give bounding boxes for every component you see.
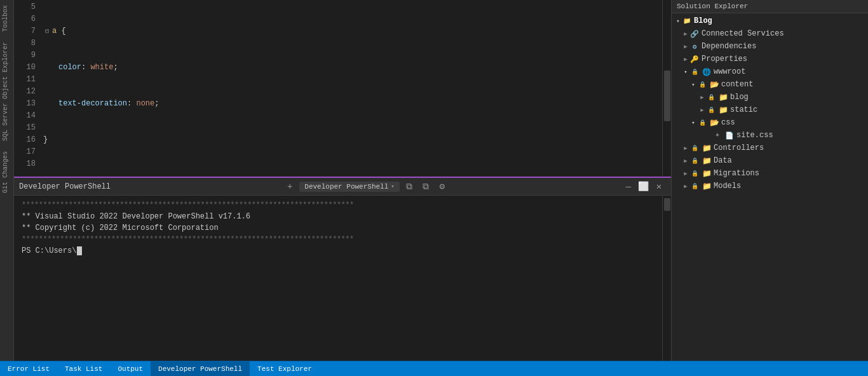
line-numbers: 5 6 7 8 9 10 11 12 13 14 15 16 17 18	[14, 0, 41, 177]
tree-item-models[interactable]: ▶ 🔒 📁 Models	[672, 180, 868, 192]
tree-icon-props: 🔑	[689, 54, 700, 64]
tree-icon-blog: 📁	[682, 16, 692, 26]
terminal-maximize-button[interactable]: ⬜	[637, 180, 651, 193]
tree-item-dependencies[interactable]: ▶ ⚙ Dependencies	[672, 40, 868, 53]
tree-item-connected-services[interactable]: ▶ 🔗 Connected Services	[672, 27, 868, 40]
code-selector-a: a	[52, 25, 57, 37]
tree-icon-css-folder: 📂	[709, 117, 719, 128]
tree-arrow-data: ▶	[682, 157, 689, 164]
tree-item-data[interactable]: ▶ 🔒 📁 Data	[672, 154, 868, 167]
tree-icon-data: 📁	[702, 156, 712, 166]
tree-item-properties[interactable]: ▶ 🔑 Properties	[672, 53, 868, 65]
editor-scrollbar-thumb	[664, 70, 670, 121]
tree-icon-static-lock: 🔒	[706, 105, 716, 115]
tree-item-static[interactable]: ▶ 🔒 📁 static	[672, 104, 868, 116]
collapse-icon-5[interactable]: ⊟	[43, 28, 51, 36]
code-content[interactable]: ⊟a { color: white; text-decoration: none…	[41, 0, 662, 177]
terminal-copy-button[interactable]: ⧉	[419, 180, 433, 193]
tree-icon-connected: 🔗	[689, 29, 700, 39]
tree-arrow-controllers: ▶	[682, 144, 689, 152]
tree-icon-css-lock: 🔒	[697, 117, 707, 128]
tree-arrow-models: ▶	[682, 182, 689, 190]
tree-arrow-content: ▾	[689, 81, 697, 88]
terminal-title: Developer PowerShell	[19, 182, 111, 191]
bottom-tab-test-explorer[interactable]: Test Explorer	[250, 361, 320, 376]
tree-item-content[interactable]: ▾ 🔒 📂 content	[672, 78, 868, 91]
solution-explorer: Solution Explorer ▾ 📁 Blog ▶ 🔗 Connected…	[671, 0, 868, 361]
tree-arrow-blog: ▾	[674, 17, 682, 25]
terminal-close-button[interactable]: ✕	[652, 180, 666, 193]
tree-icon-wwwroot-lock: 🔒	[689, 67, 700, 77]
code-prop-text-decoration: text-decoration	[58, 98, 127, 110]
tree-icon-wwwroot: 🌐	[702, 67, 712, 77]
terminal-body: ****************************************…	[14, 196, 671, 361]
tree-arrow-props: ▶	[682, 55, 689, 63]
tree-icon-deps: ⚙	[689, 41, 700, 51]
ps-cursor	[77, 246, 82, 255]
tree-item-blog-folder[interactable]: ▶ 🔒 📁 blog	[672, 91, 868, 104]
terminal-title-area: Developer PowerShell	[19, 182, 111, 191]
terminal-header: Developer PowerShell + Developer PowerSh…	[14, 178, 671, 196]
tree-icon-controllers: 📁	[702, 143, 712, 153]
tree-arrow-connected: ▶	[682, 30, 689, 37]
terminal-tab-label: Developer PowerShell	[304, 183, 388, 191]
bottom-tab-output[interactable]: Output	[110, 361, 151, 376]
tree-label-deps: Dependencies	[702, 42, 756, 51]
tree-area: ▾ 📁 Blog ▶ 🔗 Connected Services ▶ ⚙ Depe…	[672, 13, 868, 361]
tree-arrow-blog-folder: ▶	[698, 93, 706, 101]
tree-icon-data-lock: 🔒	[689, 156, 700, 166]
tree-item-migrations[interactable]: ▶ 🔒 📁 Migrations	[672, 167, 868, 180]
bottom-tab-developer-powershell[interactable]: Developer PowerShell	[151, 361, 250, 376]
terminal-tabs: + Developer PowerShell ▾ ⧉ ⧉ ⚙	[283, 180, 449, 193]
tree-arrow-css: ▾	[689, 119, 697, 126]
tree-icon-migrations-lock: 🔒	[689, 168, 700, 178]
tree-label-css-folder: css	[721, 118, 735, 127]
terminal-line2: ** Copyright (c) 2022 Microsoft Corporat…	[22, 222, 654, 234]
sidebar-item-git-changes[interactable]: Git Changes	[0, 146, 13, 198]
tree-arrow-migrations: ▶	[682, 170, 689, 177]
terminal-tab-powershell[interactable]: Developer PowerShell ▾	[299, 182, 399, 192]
tree-item-wwwroot[interactable]: ▾ 🔒 🌐 wwwroot	[672, 65, 868, 78]
tree-label-models: Models	[714, 182, 741, 191]
tree-label-data: Data	[714, 156, 732, 165]
new-terminal-button[interactable]: +	[283, 180, 297, 193]
tree-icon-models-lock: 🔒	[689, 181, 700, 191]
terminal-settings-button[interactable]: ⚙	[435, 180, 449, 193]
tree-arrow-static: ▶	[698, 106, 706, 114]
tree-item-blog[interactable]: ▾ 📁 Blog	[672, 15, 868, 27]
tree-icon-ctrl-lock: 🔒	[689, 143, 700, 153]
terminal-divider-bottom: ****************************************…	[22, 234, 654, 245]
tree-arrow-wwwroot: ▾	[682, 68, 689, 76]
terminal-minimize-button[interactable]: —	[621, 180, 635, 193]
bottom-tab-task-list[interactable]: Task List	[57, 361, 110, 376]
tree-item-css-folder[interactable]: ▾ 🔒 📂 css	[672, 116, 868, 129]
editor-scrollbar[interactable]	[662, 0, 671, 177]
tree-item-site-css[interactable]: + 📄 site.css	[672, 129, 868, 142]
terminal-scrollbar[interactable]	[662, 196, 671, 361]
terminal-split-button[interactable]: ⧉	[402, 180, 416, 193]
tree-icon-site-css: 📄	[724, 130, 735, 140]
bottom-tab-error-list[interactable]: Error List	[0, 361, 57, 376]
terminal-prompt-line: PS C:\Users\	[22, 245, 654, 257]
ps-prompt: PS C:\Users\	[22, 246, 76, 255]
code-val-none: none	[136, 98, 154, 110]
tree-icon-site-css-plus: +	[712, 130, 722, 140]
tree-icon-blog-folder: 📁	[718, 92, 728, 102]
tree-arrow-site-css	[705, 131, 712, 139]
tree-label-props: Properties	[702, 55, 747, 64]
tree-label-connected: Connected Services	[702, 29, 784, 38]
terminal-panel: Developer PowerShell + Developer PowerSh…	[14, 177, 671, 361]
solution-explorer-header: Solution Explorer	[672, 0, 868, 13]
terminal-content[interactable]: ****************************************…	[14, 196, 662, 361]
sidebar-item-toolbox[interactable]: Toolbox	[0, 0, 13, 37]
tree-label-controllers: Controllers	[714, 144, 764, 152]
code-prop-color: color	[58, 62, 81, 74]
main-area: Toolbox SQL Server Object Explorer Git C…	[0, 0, 868, 361]
tree-item-controllers[interactable]: ▶ 🔒 📁 Controllers	[672, 142, 868, 154]
tree-icon-models: 📁	[702, 181, 712, 191]
tree-arrow-deps: ▶	[682, 43, 689, 50]
bottom-tabs: Error List Task List Output Developer Po…	[0, 361, 868, 376]
tree-label-blog-folder: blog	[730, 93, 749, 102]
left-sidebar: Toolbox SQL Server Object Explorer Git C…	[0, 0, 14, 361]
sidebar-item-sql-server[interactable]: SQL Server Object Explorer	[0, 37, 13, 146]
